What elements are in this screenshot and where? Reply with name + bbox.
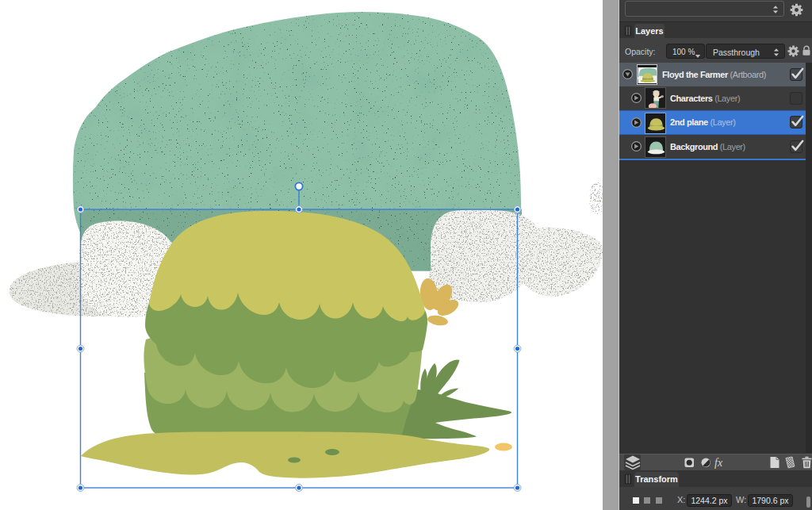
svg-text:fx: fx [714,457,723,469]
